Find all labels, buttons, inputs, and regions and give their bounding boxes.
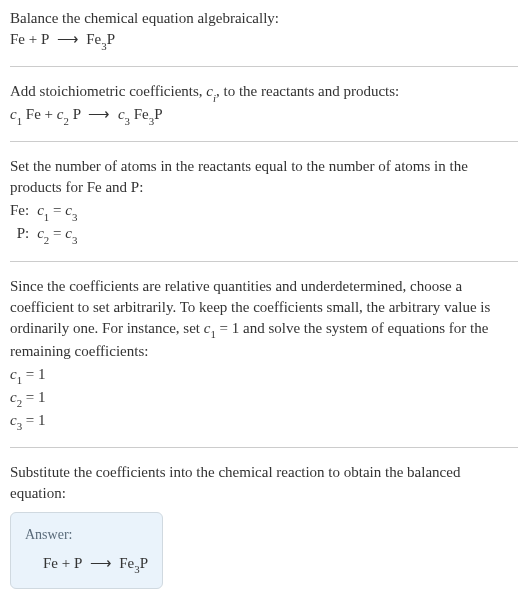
arrow-icon: ⟶ xyxy=(90,553,112,574)
list-item: c1 = 1 xyxy=(10,364,518,387)
arrow-icon: ⟶ xyxy=(88,104,110,125)
answer-label: Answer: xyxy=(25,525,148,545)
list-item: c3 = 1 xyxy=(10,410,518,433)
v: = 1 xyxy=(22,412,45,428)
intro-text: Set the number of atoms in the reactants… xyxy=(10,156,518,198)
answer-box: Answer: Fe + P ⟶ Fe3P xyxy=(10,512,163,589)
element-label: Fe: xyxy=(10,200,37,223)
eq-sign: = xyxy=(49,225,65,241)
c3s: 3 xyxy=(125,115,130,127)
element-equation: c2 = c3 xyxy=(37,223,77,246)
eq-rhs-p: P xyxy=(107,31,115,47)
section-atom-equations: Set the number of atoms in the reactants… xyxy=(10,156,518,246)
c2s: 2 xyxy=(63,115,68,127)
v: = 1 xyxy=(22,366,45,382)
c: c xyxy=(10,412,17,428)
section-balance-intro: Balance the chemical equation algebraica… xyxy=(10,8,518,52)
list-item: c2 = 1 xyxy=(10,387,518,410)
eq-rhs-sub: 3 xyxy=(101,40,106,52)
lhs-s: 2 xyxy=(44,234,49,246)
table-row: Fe: c1 = c3 xyxy=(10,200,77,223)
eq-sign: = xyxy=(49,202,65,218)
lhs-c: c xyxy=(37,202,44,218)
divider xyxy=(10,66,518,67)
intro-b: , to the reactants and products: xyxy=(216,83,399,99)
c: c xyxy=(10,389,17,405)
c: c xyxy=(10,366,17,382)
v: = 1 xyxy=(22,389,45,405)
rhs-s: 3 xyxy=(72,211,77,223)
rhs-s: 3 xyxy=(72,234,77,246)
c1: c xyxy=(10,106,17,122)
fe3s: 3 xyxy=(149,115,154,127)
intro-text: Add stoichiometric coefficients, ci, to … xyxy=(10,81,518,104)
ceq: = 1 xyxy=(216,320,239,336)
balanced-equation: Fe + P ⟶ Fe3P xyxy=(25,553,148,576)
eq-rhs-fe: Fe xyxy=(119,555,134,571)
element-equation: c1 = c3 xyxy=(37,200,77,223)
eq-lhs: Fe + P xyxy=(10,31,49,47)
c3: c xyxy=(118,106,125,122)
sp4: P xyxy=(154,106,162,122)
section-solve: Since the coefficients are relative quan… xyxy=(10,276,518,433)
intro-text: Since the coefficients are relative quan… xyxy=(10,276,518,362)
sp3: Fe xyxy=(130,106,149,122)
intro-text: Balance the chemical equation algebraica… xyxy=(10,8,518,29)
intro-a: Add stoichiometric coefficients, xyxy=(10,83,206,99)
ci-sub: i xyxy=(213,92,216,104)
intro-text: Substitute the coefficients into the che… xyxy=(10,462,518,504)
section-substitute: Substitute the coefficients into the che… xyxy=(10,462,518,589)
section-add-coefficients: Add stoichiometric coefficients, ci, to … xyxy=(10,81,518,127)
ci-var: c xyxy=(206,83,213,99)
lhs-c: c xyxy=(37,225,44,241)
s: 3 xyxy=(17,420,22,432)
coefficient-solutions: c1 = 1 c2 = 1 c3 = 1 xyxy=(10,364,518,433)
rhs-c: c xyxy=(65,202,72,218)
divider xyxy=(10,447,518,448)
divider xyxy=(10,261,518,262)
eq-rhs-fe: Fe xyxy=(86,31,101,47)
sp2: P xyxy=(69,106,81,122)
element-label: P: xyxy=(10,223,37,246)
table-row: P: c2 = c3 xyxy=(10,223,77,246)
eq-lhs: Fe + P xyxy=(43,555,82,571)
equation-unbalanced: Fe + P ⟶ Fe3P xyxy=(10,29,518,52)
atom-equation-table: Fe: c1 = c3 P: c2 = c3 xyxy=(10,200,77,246)
sp1: Fe + xyxy=(22,106,57,122)
equation-with-coefs: c1 Fe + c2 P ⟶ c3 Fe3P xyxy=(10,104,518,127)
s: 1 xyxy=(17,374,22,386)
lhs-s: 1 xyxy=(44,211,49,223)
arrow-icon: ⟶ xyxy=(57,29,79,50)
csub: 1 xyxy=(210,328,215,340)
rhs-c: c xyxy=(65,225,72,241)
c1s: 1 xyxy=(17,115,22,127)
eq-rhs-p: P xyxy=(140,555,148,571)
eq-rhs-sub: 3 xyxy=(134,563,139,575)
divider xyxy=(10,141,518,142)
s: 2 xyxy=(17,397,22,409)
